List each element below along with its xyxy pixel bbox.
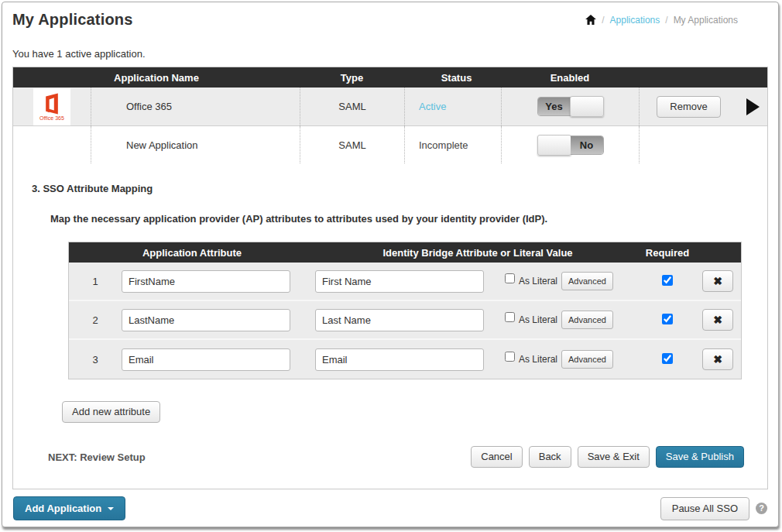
advanced-button[interactable]: Advanced [561, 272, 613, 290]
attribute-mapping-table-header: Application Attribute Identity Bridge At… [69, 242, 741, 263]
breadcrumb: / Applications / My Applications [585, 15, 738, 26]
toggle-knob [570, 96, 604, 117]
cancel-button[interactable]: Cancel [471, 446, 522, 468]
identity-bridge-attribute-input[interactable] [315, 270, 484, 293]
remove-attribute-button[interactable]: ✖ [702, 309, 733, 331]
as-literal-label: As Literal [519, 276, 557, 287]
applications-table-header: Application Name Type Status Enabled [13, 67, 767, 88]
enabled-toggle-new-application[interactable]: No [537, 136, 604, 155]
required-checkbox[interactable] [662, 275, 673, 286]
office-365-logo-label: Office 365 [39, 115, 64, 121]
enabled-toggle-office-365[interactable]: Yes [537, 97, 604, 116]
as-literal-label: As Literal [519, 314, 557, 325]
column-header-required: Required [640, 247, 695, 259]
home-icon[interactable] [585, 15, 596, 25]
toggle-no-label: No [571, 136, 603, 154]
save-and-publish-button[interactable]: Save & Publish [656, 446, 744, 468]
app-window: My Applications / Applications / My Appl… [2, 2, 779, 527]
sso-attribute-mapping-heading: 3. SSO Attribute Mapping [32, 183, 767, 194]
panel-footer: NEXT: Review Setup Cancel Back Save & Ex… [48, 446, 744, 489]
help-icon[interactable]: ? [756, 503, 767, 514]
expand-arrow-icon[interactable] [746, 98, 760, 115]
next-step-label: NEXT: Review Setup [48, 451, 146, 463]
application-name: New Application [91, 126, 300, 163]
application-attribute-input[interactable] [122, 348, 290, 371]
as-literal-checkbox[interactable] [505, 273, 515, 283]
toggle-yes-label: Yes [538, 98, 571, 115]
column-header-application-name: Application Name [13, 72, 300, 84]
column-header-enabled: Enabled [501, 72, 639, 84]
application-attribute-input[interactable] [122, 270, 290, 293]
add-application-dropdown-button[interactable]: Add Application [13, 496, 125, 520]
breadcrumb-separator: / [665, 15, 667, 26]
caret-down-icon [108, 507, 114, 510]
as-literal-checkbox[interactable] [505, 312, 515, 322]
content-panel: Application Name Type Status Enabled Off… [12, 67, 768, 489]
row-number: 2 [69, 314, 122, 326]
attribute-mapping-row: 2 As Literal Advanced ✖ [69, 301, 741, 340]
pause-all-sso-button[interactable]: Pause All SSO [660, 497, 749, 520]
column-header-application-attribute: Application Attribute [69, 247, 315, 259]
breadcrumb-current: My Applications [674, 15, 738, 26]
active-application-summary: You have 1 active application. [12, 48, 778, 60]
row-number: 3 [69, 354, 122, 366]
application-name: Office 365 [91, 88, 300, 125]
add-new-attribute-button[interactable]: Add new attribute [62, 401, 160, 423]
breadcrumb-link-applications[interactable]: Applications [610, 15, 660, 26]
bottom-bar: Add Application Pause All SSO ? [13, 496, 767, 520]
column-header-type: Type [300, 72, 404, 84]
sso-mapping-instruction: Map the necessary application provider (… [50, 213, 767, 225]
row-number: 1 [69, 276, 122, 287]
column-header-status: Status [404, 72, 501, 84]
page-header: My Applications / Applications / My Appl… [2, 2, 778, 29]
application-status: Incomplete [419, 139, 468, 151]
attribute-mapping-table: Application Attribute Identity Bridge At… [68, 242, 742, 379]
identity-bridge-attribute-input[interactable] [315, 309, 484, 331]
back-button[interactable]: Back [529, 446, 571, 468]
application-attribute-input[interactable] [122, 309, 290, 331]
advanced-button[interactable]: Advanced [561, 311, 613, 329]
attribute-mapping-row: 1 As Literal Advanced ✖ [69, 263, 741, 301]
toggle-knob [537, 135, 571, 156]
office-365-logo-icon: Office 365 [33, 88, 70, 125]
application-row-new-application: New Application SAML Incomplete No [13, 126, 767, 163]
save-and-exit-button[interactable]: Save & Exit [578, 446, 650, 468]
application-type: SAML [300, 126, 404, 163]
column-header-identity-bridge-attribute: Identity Bridge Attribute or Literal Val… [315, 247, 640, 259]
remove-attribute-button[interactable]: ✖ [702, 270, 733, 292]
application-row-office-365: Office 365 Office 365 SAML Active Yes Re… [13, 88, 767, 126]
required-checkbox[interactable] [662, 314, 673, 324]
breadcrumb-separator: / [602, 15, 604, 26]
attribute-mapping-row: 3 As Literal Advanced ✖ [69, 340, 741, 379]
as-literal-label: As Literal [519, 354, 557, 365]
application-type: SAML [300, 88, 404, 125]
required-checkbox[interactable] [662, 353, 673, 364]
remove-button[interactable]: Remove [657, 96, 720, 118]
as-literal-checkbox[interactable] [505, 352, 515, 362]
advanced-button[interactable]: Advanced [561, 350, 613, 369]
identity-bridge-attribute-input[interactable] [315, 348, 484, 371]
add-application-label: Add Application [25, 503, 101, 514]
application-status: Active [419, 101, 446, 112]
remove-attribute-button[interactable]: ✖ [702, 348, 733, 370]
